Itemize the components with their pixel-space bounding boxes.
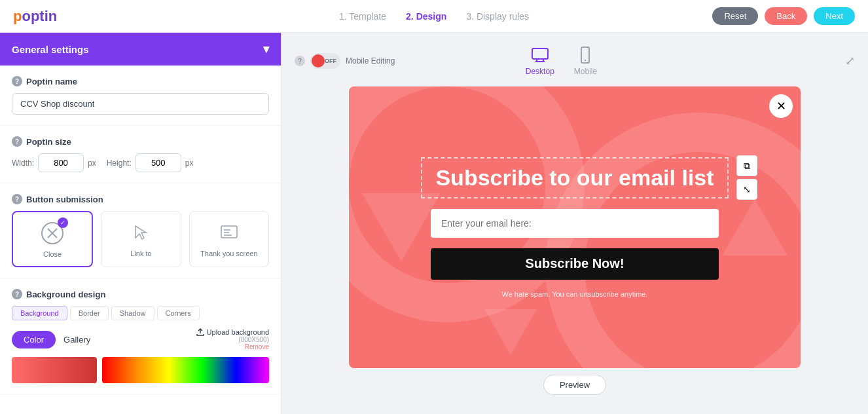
upload-background: Upload background (800X500) Remove <box>196 328 269 350</box>
nav-step-template[interactable]: 1. Template <box>339 11 386 22</box>
link-to-option-label: Link to <box>130 250 151 257</box>
upload-icon <box>196 328 204 336</box>
bg-tab-shadow[interactable]: Shadow <box>111 306 154 320</box>
desktop-icon <box>531 46 549 64</box>
height-input[interactable] <box>136 153 181 172</box>
btn-option-thank-you[interactable]: Thank you screen <box>189 211 269 267</box>
poptin-name-help-icon[interactable]: ? <box>12 76 22 86</box>
preview-button[interactable]: Preview <box>543 375 606 395</box>
mobile-editing-label: Mobile Editing <box>346 56 395 66</box>
bg-tab-background[interactable]: Background <box>12 306 67 320</box>
tab-mobile[interactable]: Mobile <box>574 46 597 76</box>
height-group: Height: px <box>107 153 194 172</box>
app-logo: poptin <box>13 8 57 25</box>
thank-you-screen-icon <box>217 221 241 244</box>
bg-design-help-icon[interactable]: ? <box>12 289 22 299</box>
preview-btn-row: Preview <box>543 375 606 395</box>
mobile-editing-toggle: ? OFF Mobile Editing <box>295 53 395 69</box>
btn-options: ✓ Close Link to <box>12 211 269 267</box>
bg-tabs: Background Border Shadow Corners <box>12 306 269 320</box>
background-design-label: ? Background design <box>12 289 269 299</box>
btn-option-close[interactable]: ✓ Close <box>12 211 93 267</box>
deco-triangle-right <box>722 199 787 255</box>
copy-element-button[interactable]: ⧉ <box>736 155 757 176</box>
email-input[interactable] <box>431 209 719 238</box>
popup-preview: ✕ Subscribe to our email list ⧉ ⤡ Subscr… <box>349 86 801 368</box>
remove-bg-link[interactable]: Remove <box>245 343 269 350</box>
expand-icon[interactable]: ⤢ <box>845 54 855 68</box>
deco-triangle-left <box>362 193 441 261</box>
popup-title-wrapper: Subscribe to our email list ⧉ ⤡ <box>421 157 728 198</box>
back-button[interactable]: Back <box>765 7 807 25</box>
bg-tab-border[interactable]: Border <box>70 306 109 320</box>
subscribe-button[interactable]: Subscribe Now! <box>431 248 719 280</box>
button-submission-label: ? Button submission <box>12 194 269 204</box>
poptin-size-label: ? Poptin size <box>12 136 269 147</box>
selection-controls: ⧉ ⤡ <box>736 155 757 200</box>
close-option-icon-container: ✓ <box>39 220 65 246</box>
height-label: Height: <box>107 159 132 168</box>
popup-title-selection-box[interactable]: Subscribe to our email list <box>421 157 728 198</box>
button-sub-help-icon[interactable]: ? <box>12 194 22 204</box>
svg-rect-7 <box>532 48 548 59</box>
selected-check-icon: ✓ <box>58 217 68 228</box>
mobile-editing-toggle-switch[interactable]: OFF <box>310 53 340 69</box>
color-preview-solid[interactable] <box>12 357 97 383</box>
main-layout: General settings ▾ ? Poptin name ? Popti… <box>0 33 868 414</box>
panel-header: General settings ▾ <box>0 33 281 66</box>
deco-triangle-bottom <box>484 309 537 355</box>
nav-actions: Reset Back Next <box>712 7 855 25</box>
preview-toolbar: ? OFF Mobile Editing Desktop <box>295 46 855 76</box>
toggle-state-label: OFF <box>325 58 336 64</box>
bg-tab-corners[interactable]: Corners <box>157 306 200 320</box>
popup-close-button[interactable]: ✕ <box>769 94 793 118</box>
button-submission-section: ? Button submission ✓ Close <box>0 183 281 278</box>
nav-step-display-rules[interactable]: 3. Display rules <box>466 11 529 22</box>
resize-element-button[interactable]: ⤡ <box>736 179 757 200</box>
nav-steps: 1. Template 2. Design 3. Display rules <box>339 11 529 22</box>
poptin-size-help-icon[interactable]: ? <box>12 136 22 147</box>
top-nav: poptin 1. Template 2. Design 3. Display … <box>0 0 868 33</box>
panel-chevron-icon[interactable]: ▾ <box>263 42 269 56</box>
color-preview-row <box>12 357 269 383</box>
nav-step-design[interactable]: 2. Design <box>406 11 446 22</box>
device-tabs: Desktop Mobile <box>526 46 597 76</box>
color-button[interactable]: Color <box>12 331 56 348</box>
width-group: Width: px <box>12 153 96 172</box>
poptin-name-input[interactable] <box>12 93 269 115</box>
btn-option-link-to[interactable]: Link to <box>101 211 181 267</box>
color-gallery-row: Color Gallery Upload background (800X500… <box>12 328 269 350</box>
close-option-label: Close <box>43 250 62 258</box>
gallery-button[interactable]: Gallery <box>63 335 90 345</box>
poptin-size-section: ? Poptin size Width: px Height: px <box>0 126 281 183</box>
thank-you-option-label: Thank you screen <box>200 250 257 257</box>
width-unit: px <box>88 159 96 168</box>
spam-disclaimer: We hate spam. You can unsubscribe anytim… <box>502 290 648 298</box>
width-label: Width: <box>12 159 34 168</box>
reset-button[interactable]: Reset <box>712 7 758 25</box>
height-unit: px <box>185 159 194 168</box>
right-panel: ? OFF Mobile Editing Desktop <box>281 33 868 414</box>
popup-title: Subscribe to our email list <box>435 165 714 191</box>
next-button[interactable]: Next <box>814 7 855 25</box>
link-to-icon-container <box>128 219 154 246</box>
color-preview-gradient[interactable] <box>102 357 269 383</box>
left-panel: General settings ▾ ? Poptin name ? Popti… <box>0 33 281 414</box>
poptin-name-section: ? Poptin name <box>0 66 281 126</box>
mobile-editing-help-icon[interactable]: ? <box>295 56 305 66</box>
upload-bg-size: (800X500) <box>238 336 269 343</box>
width-input[interactable] <box>38 153 84 172</box>
size-row: Width: px Height: px <box>12 153 269 172</box>
cursor-icon <box>129 221 153 244</box>
panel-title: General settings <box>12 44 89 55</box>
tab-desktop[interactable]: Desktop <box>526 46 554 76</box>
thank-you-icon-container <box>216 219 242 246</box>
upload-bg-label[interactable]: Upload background <box>196 328 269 336</box>
background-design-section: ? Background design Background Border Sh… <box>0 278 281 394</box>
toggle-knob <box>312 54 325 67</box>
poptin-name-label: ? Poptin name <box>12 76 269 86</box>
svg-rect-3 <box>221 226 237 238</box>
mobile-icon <box>576 46 594 64</box>
